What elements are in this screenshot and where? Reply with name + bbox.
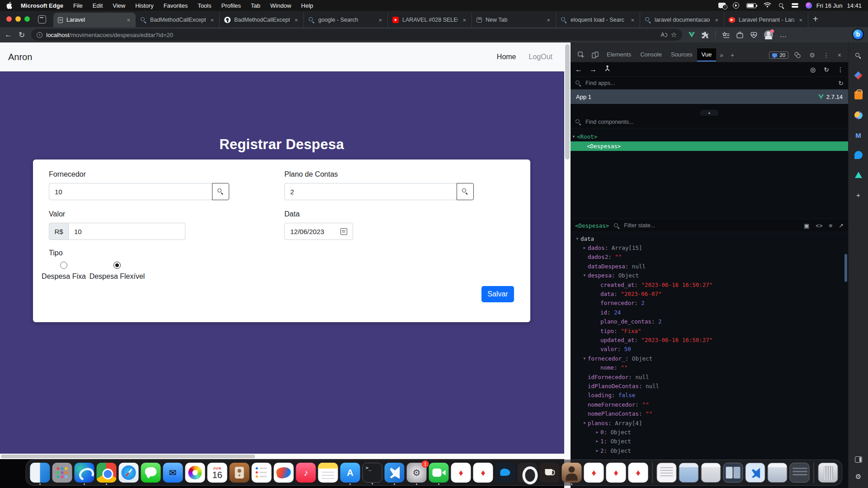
site-brand[interactable]: Anron — [8, 52, 32, 62]
browser-tab[interactable]: New Tab × — [472, 13, 556, 27]
browser-essentials-icon[interactable] — [750, 31, 758, 39]
vue-devtools-extension-icon[interactable] — [689, 32, 695, 38]
calendar-icon[interactable] — [340, 228, 347, 235]
data-input[interactable]: 12/06/2023 — [284, 223, 353, 240]
tab-close-icon[interactable]: × — [546, 17, 551, 23]
menubar-app-name[interactable]: Microsoft Edge — [21, 2, 63, 9]
plano-search-button[interactable] — [457, 183, 474, 200]
state-row[interactable]: idFornecedor : null — [571, 372, 848, 381]
dock-item[interactable] — [185, 463, 205, 483]
dock-item[interactable] — [97, 463, 117, 483]
copilot-icon[interactable]: b — [852, 28, 864, 40]
state-row[interactable]: nome : "" — [571, 363, 848, 372]
menubar-menu-item[interactable]: Profiles — [222, 2, 241, 9]
collections-icon[interactable] — [736, 31, 744, 39]
menubar-menu-item[interactable]: Help — [301, 2, 313, 9]
dock-item[interactable] — [540, 463, 560, 483]
refresh-apps-icon[interactable]: ↻ — [838, 80, 844, 87]
dock-item[interactable] — [701, 463, 721, 483]
browser-tab[interactable]: laravel documentacao × — [640, 13, 724, 27]
sidebar-people-icon[interactable] — [854, 110, 863, 120]
dock-item[interactable] — [745, 463, 765, 483]
tab-close-icon[interactable]: × — [209, 17, 215, 23]
menubar-menu-item[interactable]: Tab — [251, 2, 260, 9]
devtools-tab[interactable]: Vue — [697, 48, 717, 61]
radio-despesa-flexivel[interactable] — [113, 262, 121, 269]
device-toolbar-icon[interactable] — [588, 48, 602, 62]
devtools-tab[interactable]: Elements — [602, 48, 636, 61]
state-row[interactable]: ▼ data — [571, 234, 848, 243]
dock-item[interactable]: ♦ — [584, 463, 604, 483]
spotlight-search-icon[interactable] — [778, 3, 784, 9]
control-center-icon[interactable] — [792, 3, 798, 8]
wifi-icon[interactable] — [764, 2, 771, 9]
issues-icon[interactable] — [790, 52, 804, 58]
tab-close-icon[interactable]: × — [377, 17, 383, 23]
dock-item[interactable] — [495, 463, 515, 483]
dock-item[interactable] — [52, 463, 72, 483]
state-row[interactable]: tipo : "Fixa" — [571, 326, 848, 335]
dock-item[interactable] — [768, 463, 788, 483]
siri-icon[interactable] — [806, 2, 812, 9]
state-caret-icon[interactable]: ▶ — [594, 449, 600, 453]
devtools-tab[interactable]: Sources — [666, 48, 697, 61]
playback-status-icon[interactable] — [733, 2, 739, 9]
expand-caret-icon[interactable]: ▼ — [571, 135, 577, 139]
state-caret-icon[interactable]: ▼ — [581, 357, 588, 361]
state-row[interactable]: dataDespesa : null — [571, 262, 848, 271]
radio-despesa-fixa[interactable] — [60, 262, 67, 269]
battery-icon[interactable] — [746, 3, 756, 8]
dock-item[interactable]: ♦ — [628, 463, 648, 483]
profile-avatar[interactable] — [764, 30, 773, 39]
valor-input[interactable]: 10 — [69, 223, 185, 240]
state-row[interactable]: idPlanoDeContas : null — [571, 381, 848, 390]
dock-item[interactable]: ♦ — [606, 463, 626, 483]
devtools-settings-icon[interactable]: ⚙ — [806, 52, 818, 59]
menubar-menu-item[interactable]: History — [135, 2, 153, 9]
state-caret-icon[interactable]: ▶ — [581, 246, 588, 250]
tab-close-icon[interactable]: × — [126, 17, 131, 23]
fornecedor-input[interactable]: 10 — [49, 183, 212, 200]
dock-item[interactable] — [790, 463, 810, 483]
state-caret-icon[interactable]: ▶ — [594, 430, 600, 434]
save-state-icon[interactable]: ▣ — [804, 222, 809, 229]
dock-item[interactable] — [518, 463, 538, 483]
state-row[interactable]: ▶ 0 : Object — [571, 427, 848, 436]
dock-item[interactable]: A — [340, 463, 360, 483]
dock-item[interactable]: ⚙ 1 — [407, 463, 427, 483]
menubar-menu-item[interactable]: Tools — [198, 2, 211, 9]
dock-item[interactable] — [385, 463, 405, 483]
browser-tab[interactable]: google - Search × — [304, 13, 388, 27]
dock-item[interactable] — [30, 463, 50, 483]
devtools-close-icon[interactable]: × — [835, 52, 844, 59]
raw-data-icon[interactable]: <> — [816, 222, 822, 229]
state-row[interactable]: ▼ fornecedor_ : Object — [571, 354, 848, 363]
sidebar-bird-icon[interactable] — [854, 150, 863, 160]
zoom-window-button[interactable] — [24, 16, 30, 22]
state-row[interactable]: created_at : "2023-06-16 16:50:27" — [571, 280, 848, 289]
dock-item[interactable] — [562, 463, 582, 483]
sidebar-add-icon[interactable]: + — [854, 190, 863, 200]
state-row[interactable]: ▼ planos : Array[4] — [571, 418, 848, 427]
browser-tab[interactable]: BadMethodCallExcept × — [136, 13, 220, 27]
vertical-scrollbar[interactable] — [564, 42, 571, 488]
dock-item[interactable] — [818, 463, 838, 483]
docker-status-icon[interactable] — [718, 3, 726, 8]
state-row[interactable]: dados2 : "" — [571, 253, 848, 262]
menubar-menu-item[interactable]: Favorites — [164, 2, 188, 9]
inspect-element-icon[interactable] — [574, 48, 588, 62]
console-message-badge[interactable]: 20 — [769, 52, 788, 59]
back-button[interactable]: ← — [5, 30, 12, 39]
sidebar-media-icon[interactable] — [854, 170, 863, 180]
refresh-button[interactable]: ↻ — [19, 30, 25, 40]
tab-actions-icon[interactable] — [38, 15, 46, 23]
add-panel-icon[interactable]: + — [727, 52, 738, 59]
browser-tab[interactable]: LARAVEL #028 SELEC × — [388, 13, 472, 27]
nav-logout-link[interactable]: LogOut — [529, 53, 552, 61]
dock-item[interactable] — [814, 462, 814, 483]
dock-item[interactable]: >_ — [363, 463, 382, 483]
collapse-apps-icon[interactable]: ▲ — [700, 110, 718, 116]
select-component-target-icon[interactable]: ◎ — [810, 66, 816, 73]
vue-app-row[interactable]: App 1 2.7.14 — [571, 89, 848, 104]
site-info-icon[interactable]: i — [37, 32, 42, 38]
